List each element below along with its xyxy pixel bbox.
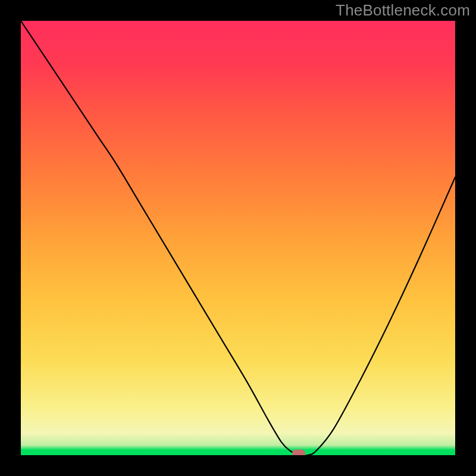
curve-svg (21, 21, 455, 455)
optimal-point-marker (292, 450, 305, 456)
chart-frame: TheBottleneck.com (0, 0, 476, 476)
watermark-text: TheBottleneck.com (336, 1, 470, 20)
bottleneck-curve (21, 21, 455, 455)
plot-area (21, 21, 455, 455)
